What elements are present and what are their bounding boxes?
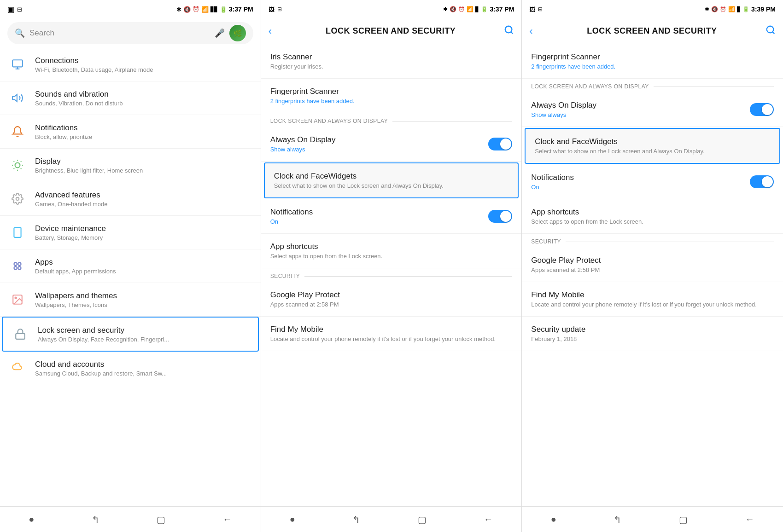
svg-line-26 (772, 32, 774, 34)
mic-icon[interactable]: 🎤 (215, 28, 225, 38)
aod-title-2: Always On Display (270, 135, 489, 145)
app-icon: ▣ (7, 5, 14, 14)
iris-scanner-subtitle: Register your irises. (270, 63, 513, 70)
clock-facewidgets-text-3: Clock and FaceWidgets Select what to sho… (535, 137, 770, 155)
settings-item-advanced[interactable]: Advanced features Games, One-handed mode (0, 182, 261, 216)
divider-security-2: SECURITY (261, 268, 522, 282)
connections-subtitle: Wi-Fi, Bluetooth, Data usage, Airplane m… (35, 66, 253, 73)
notifications-subtitle: Block, allow, prioritize (35, 133, 253, 140)
panel-title-3: LOCK SCREEN AND SECURITY (538, 26, 765, 36)
aod-toggle-3[interactable] (750, 103, 774, 116)
bottom-nav-2: ● ↰ ▢ ← (261, 506, 522, 532)
settings-item-device[interactable]: Device maintenance Battery, Storage, Mem… (0, 216, 261, 249)
svg-point-21 (15, 297, 17, 299)
settings-item-sounds[interactable]: Sounds and vibration Sounds, Vibration, … (0, 81, 261, 115)
security-update-item[interactable]: Security update February 1, 2018 (522, 317, 783, 351)
find-my-mobile-item-2[interactable]: Find My Mobile Locate and control your p… (261, 317, 522, 351)
device-title: Device maintenance (35, 224, 253, 233)
settings-item-display[interactable]: Display Brightness, Blue light filter, H… (0, 149, 261, 182)
wallpaper-icon (7, 289, 28, 310)
gpp-subtitle-2: Apps scanned at 2:58 PM (270, 301, 513, 308)
gpp-text-2: Google Play Protect Apps scanned at 2:58… (270, 290, 513, 308)
notifications-item-2[interactable]: Notifications On (261, 199, 522, 234)
batt2-icon: 🔋 (481, 6, 488, 12)
security-update-title: Security update (531, 325, 774, 334)
lock-panel-header-2: ‹ LOCK SCREEN AND SECURITY (261, 18, 522, 44)
svg-line-11 (14, 168, 15, 169)
notifications-text: Notifications Block, allow, prioritize (35, 123, 253, 140)
gpp-title-3: Google Play Protect (531, 256, 774, 265)
signal2-icon: ⊟ (277, 6, 282, 12)
aod-toggle-knob-2 (500, 139, 511, 150)
status-time-2: 3:37 PM (490, 6, 514, 13)
nav3-dot[interactable]: ● (543, 510, 564, 528)
battery-icon: 🔋 (220, 6, 227, 13)
notif-toggle-knob-3 (762, 176, 773, 187)
clock-facewidgets-item-2[interactable]: Clock and FaceWidgets Select what to sho… (264, 162, 519, 198)
nav-home[interactable]: ▢ (149, 510, 173, 529)
aod-title-3: Always On Display (531, 101, 750, 110)
fingerprint-item-3[interactable]: Fingerprint Scanner 2 fingerprints have … (522, 44, 783, 79)
aod-toggle-2[interactable] (488, 138, 512, 150)
nav3-back[interactable]: ← (738, 510, 762, 528)
lock-panel-header-3: ‹ LOCK SCREEN AND SECURITY (522, 18, 783, 44)
search-bar[interactable]: 🔍 Search 🎤 🌿 (7, 22, 253, 44)
fingerprint-title-3: Fingerprint Scanner (531, 52, 774, 62)
settings-item-connections[interactable]: Connections Wi-Fi, Bluetooth, Data usage… (0, 48, 261, 81)
nav2-dot[interactable]: ● (282, 510, 303, 528)
nav2-recent[interactable]: ↰ (345, 510, 368, 529)
google-play-protect-item-3[interactable]: Google Play Protect Apps scanned at 2:58… (522, 248, 783, 282)
find-my-mobile-item-3[interactable]: Find My Mobile Locate and control your p… (522, 282, 783, 317)
notif-toggle-3[interactable] (750, 175, 774, 188)
avatar[interactable]: 🌿 (229, 25, 246, 41)
sounds-text: Sounds and vibration Sounds, Vibration, … (35, 90, 253, 107)
app-shortcuts-item-3[interactable]: App shortcuts Select apps to open from t… (522, 199, 783, 234)
nav-dot[interactable]: ● (21, 510, 41, 528)
device-subtitle: Battery, Storage, Memory (35, 234, 253, 241)
lock-subtitle: Always On Display, Face Recognition, Fin… (38, 336, 251, 343)
nav3-home[interactable]: ▢ (672, 510, 695, 529)
nav2-home[interactable]: ▢ (410, 510, 434, 529)
nav3-recent[interactable]: ↰ (606, 510, 629, 529)
notifications-item-3[interactable]: Notifications On (522, 165, 783, 199)
settings-item-notifications[interactable]: Notifications Block, allow, prioritize (0, 115, 261, 149)
always-on-display-item-3[interactable]: Always On Display Show always (522, 93, 783, 127)
svg-line-24 (511, 32, 513, 34)
nav2-back[interactable]: ← (476, 510, 500, 528)
svg-point-18 (14, 266, 17, 270)
notif-toggle-2[interactable] (488, 210, 512, 223)
mute3-icon: 🔇 (711, 6, 718, 12)
search-button-2[interactable] (504, 25, 514, 38)
google-play-protect-item-2[interactable]: Google Play Protect Apps scanned at 2:58… (261, 282, 522, 317)
always-on-display-item-2[interactable]: Always On Display Show always (261, 127, 522, 162)
status-left-3: 🖼 ⊟ (529, 6, 543, 13)
search-button-3[interactable] (765, 25, 776, 38)
notifications-icon (7, 121, 28, 142)
settings-item-wallpaper[interactable]: Wallpapers and themes Wallpapers, Themes… (0, 283, 261, 317)
app-shortcuts-item-2[interactable]: App shortcuts Select apps to open from t… (261, 234, 522, 268)
wallpaper-title: Wallpapers and themes (35, 291, 253, 301)
settings-item-lock[interactable]: Lock screen and security Always On Displ… (2, 317, 259, 352)
bluetooth-icon: ✱ (176, 6, 181, 13)
back-button-2[interactable]: ‹ (269, 25, 272, 37)
apps-icon (7, 256, 28, 276)
main-settings-panel: ▣ ⊟ ✱ 🔇 ⏰ 📶 ▊▊ 🔋 3:37 PM 🔍 Search 🎤 🌿 Co… (0, 0, 261, 532)
settings-item-apps[interactable]: Apps Default apps, App permissions (0, 249, 261, 283)
svg-point-23 (505, 26, 512, 33)
apps-subtitle: Default apps, App permissions (35, 268, 253, 275)
bt3-icon: ✱ (705, 6, 709, 12)
clock-facewidgets-item-3[interactable]: Clock and FaceWidgets Select what to sho… (525, 128, 780, 164)
nav-recent[interactable]: ↰ (84, 510, 107, 529)
iris-scanner-item[interactable]: Iris Scanner Register your irises. (261, 44, 522, 79)
mute2-icon: 🔇 (450, 6, 456, 12)
settings-item-cloud[interactable]: Cloud and accounts Samsung Cloud, Backup… (0, 352, 261, 385)
security-update-text: Security update February 1, 2018 (531, 325, 774, 342)
nav-back[interactable]: ← (215, 510, 239, 528)
lock-icon (10, 324, 30, 344)
back-button-3[interactable]: ‹ (529, 25, 532, 37)
sound-icon (7, 88, 28, 108)
fingerprint-item-2[interactable]: Fingerprint Scanner 2 fingerprints have … (261, 79, 522, 113)
search-icon: 🔍 (15, 28, 25, 38)
bottom-nav-1: ● ↰ ▢ ← (0, 506, 261, 532)
gpp-subtitle-3: Apps scanned at 2:58 PM (531, 266, 774, 273)
